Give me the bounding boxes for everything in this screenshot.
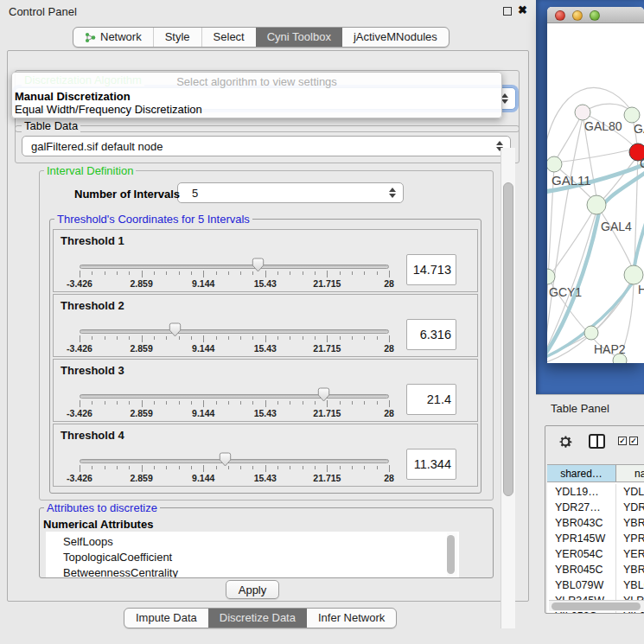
network-edge[interactable] — [547, 114, 583, 342]
network-node-gal80[interactable] — [575, 105, 590, 120]
node-table[interactable]: shared…na YDL19…YDL1YDR27…YDR2YBR043CYBR… — [547, 464, 644, 613]
table-panel-title: Table Panel — [551, 402, 609, 415]
network-node-h[interactable] — [624, 265, 643, 284]
table-header-row: shared…na — [547, 464, 644, 482]
threshold-row-1: Threshold 1-3.4262.8599.14415.4321.71528… — [53, 229, 478, 292]
checkbox-icon[interactable]: ✓ — [629, 437, 638, 445]
numerical-attributes-label: Numerical Attributes — [41, 518, 156, 531]
combo-stepper-icon — [389, 187, 397, 199]
tab-select[interactable]: Select — [201, 28, 256, 47]
slider-track[interactable] — [80, 394, 389, 399]
tab-cyni-toolbox[interactable]: Cyni Toolbox — [256, 28, 342, 47]
pane-scrollbar[interactable] — [501, 148, 515, 628]
threshold-label: Threshold 4 — [61, 429, 124, 442]
pane-scrollbar-thumb[interactable] — [503, 182, 513, 496]
tab-label: Discretize Data — [220, 609, 296, 628]
threshold-row-4: Threshold 4-3.4262.8599.14415.4321.71528… — [53, 424, 478, 487]
column-header-shared[interactable]: shared… — [547, 465, 616, 481]
slider-track[interactable] — [80, 329, 389, 334]
network-node-hap2[interactable] — [584, 326, 598, 340]
app-root: Control Panel ✖ NetworkStyleSelectCyni T… — [0, 0, 644, 644]
cell-name: YDL1 — [616, 484, 644, 500]
table-row[interactable]: YPR145WYPR1 — [547, 531, 644, 546]
threshold-value-field[interactable]: 21.4 — [406, 384, 456, 415]
dropdown-option-equal-width-frequency-discretization[interactable]: Equal Width/Frequency Discretization — [15, 103, 499, 116]
apply-button[interactable]: Apply — [226, 580, 279, 599]
slider-thumb[interactable] — [317, 387, 330, 402]
network-edge[interactable] — [556, 150, 632, 163]
network-edge[interactable] — [597, 206, 632, 267]
cell-name: YBL0 — [616, 577, 644, 593]
network-node-gal11[interactable] — [547, 156, 562, 172]
cell-name: YER0 — [616, 546, 644, 562]
table-row[interactable]: YBL079WYBL0 — [547, 577, 644, 593]
num-intervals-spinner[interactable]: 5 — [177, 182, 404, 203]
table-data-value: galFiltered.sif default node — [31, 140, 163, 153]
threshold-label: Threshold 3 — [61, 364, 124, 377]
table-hscrollbar[interactable] — [549, 600, 644, 611]
node-label-red-node: C — [640, 156, 644, 170]
slider-track[interactable] — [80, 265, 389, 269]
threshold-value-field[interactable]: 11.344 — [406, 449, 456, 480]
tab-network[interactable]: Network — [73, 28, 153, 47]
node-label-gal80: GAL80 — [584, 119, 622, 133]
network-window[interactable]: GAL80GACGAL11GAL4GCY1HHAP2 — [547, 7, 644, 363]
table-panel-box: ✓ ✓ shared…na YDL19…YDL1YDR27…YDR2YBR043… — [545, 425, 644, 614]
network-node-gal4[interactable] — [587, 195, 606, 214]
network-graph[interactable]: GAL80GACGAL11GAL4GCY1HHAP2 — [547, 24, 644, 363]
network-node-ga[interactable] — [624, 107, 640, 123]
attributes-scrollbar-thumb[interactable] — [447, 535, 455, 574]
threshold-label: Threshold 1 — [61, 234, 124, 247]
num-intervals-value: 5 — [192, 187, 198, 200]
table-toolbar: ✓ ✓ — [545, 426, 644, 464]
node-label-gal4: GAL4 — [601, 220, 632, 233]
slider-tick-labels: -3.4262.8599.14415.4321.71528 — [80, 343, 389, 354]
table-hscrollbar-thumb[interactable] — [552, 603, 641, 610]
slider-thumb[interactable] — [169, 322, 182, 337]
table-row[interactable]: YBR043CYBR0 — [547, 515, 644, 531]
slider-track[interactable] — [80, 459, 389, 463]
tab-style[interactable]: Style — [153, 28, 201, 47]
float-window-icon[interactable] — [503, 7, 512, 16]
threshold-value-field[interactable]: 6.316 — [406, 319, 456, 350]
table-row[interactable]: YER054CYER0 — [547, 546, 644, 562]
dropdown-option-manual-discretization[interactable]: Manual Discretization — [15, 90, 499, 103]
table-data-label: Table Data — [22, 119, 80, 132]
tab-discretize-data[interactable]: Discretize Data — [208, 609, 307, 628]
cyni-toolbox-pane: Discretization Algorithm Select algorith… — [7, 50, 529, 602]
threshold-value-field[interactable]: 14.713 — [406, 254, 456, 285]
slider-thumb[interactable] — [219, 452, 232, 467]
numerical-attributes-list[interactable]: SelfLoopsTopologicalCoefficientBetweenne… — [46, 532, 459, 577]
close-icon[interactable]: ✖ — [518, 3, 527, 16]
close-traffic-light-icon[interactable] — [555, 10, 565, 21]
threshold-row-2: Threshold 2-3.4262.8599.14415.4321.71528… — [53, 294, 478, 357]
tab-jactivemnodules[interactable]: jActiveMNodules — [342, 28, 449, 47]
table-row[interactable]: YBR045CYBR0 — [547, 562, 644, 577]
slider-ticks — [80, 400, 389, 408]
table-row[interactable]: YDR27…YDR2 — [547, 500, 644, 515]
split-view-icon[interactable] — [589, 434, 605, 449]
table-row[interactable]: YDL19…YDL1 — [547, 484, 644, 500]
minimize-traffic-light-icon[interactable] — [572, 10, 583, 21]
tab-label: Network — [100, 28, 142, 47]
attributes-scrollbar[interactable] — [447, 532, 457, 577]
attribute-item-betweennesscentrality[interactable]: BetweennessCentrality — [46, 565, 459, 577]
slider-tick-labels: -3.4262.8599.14415.4321.71528 — [80, 408, 389, 418]
attribute-item-selfloops[interactable]: SelfLoops — [46, 534, 459, 550]
algorithm-dropdown-popup: Select algorithm to view settings Manual… — [11, 72, 502, 118]
network-node-node-bottom[interactable] — [613, 354, 627, 363]
checkbox-icon[interactable]: ✓ — [618, 437, 627, 445]
attribute-item-topologicalcoefficient[interactable]: TopologicalCoefficient — [46, 550, 459, 565]
tab-impute-data[interactable]: Impute Data — [124, 609, 208, 628]
table-data-combobox[interactable]: galFiltered.sif default node — [22, 136, 511, 156]
slider-thumb[interactable] — [252, 258, 265, 272]
num-intervals-label: Number of Intervals — [72, 188, 182, 201]
network-edge[interactable] — [550, 207, 596, 276]
network-desktop: GAL80GACGAL11GAL4GCY1HHAP2 — [536, 0, 644, 394]
gear-icon[interactable] — [558, 434, 573, 450]
tab-infer-network[interactable]: Infer Network — [307, 609, 396, 628]
column-header-na[interactable]: na — [616, 465, 644, 481]
zoom-traffic-light-icon[interactable] — [590, 10, 600, 21]
top-tab-bar: NetworkStyleSelectCyni ToolboxjActiveMNo… — [73, 27, 450, 48]
tab-label: Select — [214, 28, 245, 47]
